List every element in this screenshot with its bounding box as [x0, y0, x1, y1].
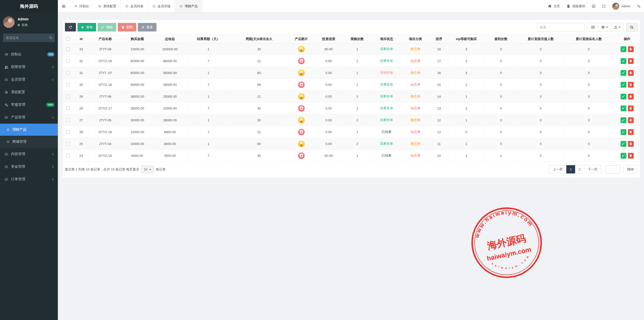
- row-checkbox[interactable]: [66, 47, 70, 51]
- cell-id: 29: [73, 91, 89, 102]
- column-header-3: 总收益: [153, 35, 187, 43]
- cell-recharge: 0: [518, 126, 564, 138]
- cogs-icon: [637, 4, 641, 8]
- row-edit-button[interactable]: [621, 70, 626, 76]
- detail-view-button[interactable]: [587, 23, 598, 31]
- jump-page-input[interactable]: [605, 165, 620, 173]
- select-all-checkbox[interactable]: [66, 37, 70, 41]
- user-status-label: 在线: [22, 23, 28, 27]
- sidebar-search-input[interactable]: [3, 33, 55, 42]
- cell-recharge: 0: [518, 67, 564, 79]
- row-edit-button[interactable]: [621, 141, 626, 147]
- sidebar-item-label: 产品管理: [11, 115, 25, 120]
- sidebar-item-dashboard[interactable]: 控制台hot: [0, 48, 58, 61]
- sidebar-toggle-button[interactable]: [58, 0, 69, 12]
- row-checkbox[interactable]: [66, 59, 70, 63]
- cell-ops: [614, 138, 640, 150]
- home-icon: [548, 4, 552, 8]
- row-edit-button[interactable]: [621, 153, 626, 159]
- cell-total: 100000.00: [153, 43, 187, 55]
- row-edit-button[interactable]: [621, 94, 626, 99]
- tab-member-level[interactable]: 会员等级: [148, 0, 175, 12]
- sidebar-item-general[interactable]: 常规管理new: [0, 98, 58, 111]
- row-edit-button[interactable]: [621, 105, 626, 111]
- circle-icon: [152, 5, 156, 8]
- jump-button[interactable]: 跳转: [623, 165, 637, 173]
- row-checkbox[interactable]: [66, 154, 70, 157]
- edit-button[interactable]: 编辑: [98, 23, 116, 31]
- order-icon: [5, 177, 8, 181]
- page-size-select[interactable]: 10: [141, 166, 153, 173]
- plus-icon: [81, 26, 84, 29]
- cell-buy: 15000.00: [122, 126, 153, 138]
- row-checkbox[interactable]: [66, 95, 70, 98]
- nav-home[interactable]: 主页: [545, 0, 563, 12]
- sidebar-item-mall[interactable]: 商城管理: [0, 136, 58, 148]
- cell-id: 24: [73, 150, 89, 162]
- prev-page-button[interactable]: 上一页: [549, 165, 567, 173]
- nav-admin[interactable]: Admin: [609, 0, 634, 12]
- sidebar-item-finance-product[interactable]: 理财产品: [0, 124, 58, 136]
- refresh-button[interactable]: [65, 23, 76, 31]
- column-header-16: 操作: [614, 35, 640, 43]
- nav-clear-cache[interactable]: 清除缓存: [563, 0, 588, 12]
- row-delete-button[interactable]: [628, 141, 634, 147]
- tab-sysconfig[interactable]: 系统配置: [94, 0, 121, 12]
- row-delete-button[interactable]: [628, 105, 634, 111]
- sidebar-item-product[interactable]: 产品管理: [0, 111, 58, 124]
- sidebar-item-auth[interactable]: 权限管理: [0, 61, 58, 73]
- product-image-pink: [298, 81, 305, 88]
- delete-button[interactable]: 删除: [118, 23, 136, 31]
- nav-language[interactable]: [588, 0, 599, 12]
- columns-button[interactable]: [598, 23, 611, 31]
- chevron-down-icon: [52, 116, 54, 119]
- tab-label: 会员等级: [157, 4, 171, 9]
- sidebar-item-sysconfig[interactable]: 系统配置: [0, 86, 58, 98]
- tab-member-list[interactable]: 会员列表: [121, 0, 148, 12]
- row-checkbox[interactable]: [66, 118, 70, 122]
- row-checkbox[interactable]: [66, 106, 70, 110]
- row-checkbox[interactable]: [66, 83, 70, 86]
- sidebar-item-member[interactable]: 会员管理: [0, 73, 58, 86]
- next-page-button[interactable]: 下一页: [584, 165, 601, 173]
- column-header-12: vip等级可购买: [449, 35, 484, 43]
- cell-checkbox: [62, 43, 73, 55]
- cell-progress: 0.00: [314, 102, 343, 114]
- nav-settings[interactable]: [634, 0, 644, 12]
- row-edit-button[interactable]: [621, 82, 626, 88]
- row-edit-button[interactable]: [621, 58, 626, 64]
- sidebar-item-fund[interactable]: 资金管理: [0, 160, 58, 173]
- row-edit-button[interactable]: [621, 46, 626, 52]
- sidebar-item-content[interactable]: 内容管理: [0, 148, 58, 160]
- row-checkbox[interactable]: [66, 142, 70, 146]
- sidebar-item-order[interactable]: 订单管理: [0, 173, 58, 186]
- add-button[interactable]: 添加: [77, 23, 96, 31]
- table-search-input[interactable]: [537, 23, 585, 31]
- row-checkbox[interactable]: [66, 130, 70, 134]
- search-submit-button[interactable]: [626, 23, 637, 31]
- row-delete-button[interactable]: [628, 46, 634, 52]
- row-delete-button[interactable]: [628, 129, 634, 135]
- circle-icon: [179, 5, 183, 8]
- delete-button-label: 删除: [126, 25, 133, 29]
- row-delete-button[interactable]: [628, 94, 634, 99]
- cell-total: 20000.00: [153, 102, 187, 114]
- row-edit-button[interactable]: [621, 129, 626, 135]
- row-delete-button[interactable]: [628, 70, 634, 76]
- row-edit-button[interactable]: [621, 117, 626, 123]
- page-button-1[interactable]: 1: [566, 165, 575, 173]
- cell-ops: [614, 102, 640, 114]
- nav-fullscreen[interactable]: [599, 0, 609, 12]
- cell-id: 25: [73, 138, 89, 150]
- row-delete-button[interactable]: [628, 58, 634, 64]
- row-delete-button[interactable]: [628, 153, 634, 159]
- tab-finance-product[interactable]: 理财产品: [175, 0, 202, 12]
- tab-dashboard[interactable]: 控制台: [69, 0, 94, 12]
- row-delete-button[interactable]: [628, 82, 634, 88]
- row-delete-button[interactable]: [628, 117, 634, 123]
- row-checkbox[interactable]: [66, 71, 70, 75]
- cell-real: 0: [564, 79, 614, 91]
- page-button-2[interactable]: 2: [575, 165, 584, 173]
- export-button[interactable]: [611, 23, 624, 31]
- more-button[interactable]: 更多: [138, 23, 156, 31]
